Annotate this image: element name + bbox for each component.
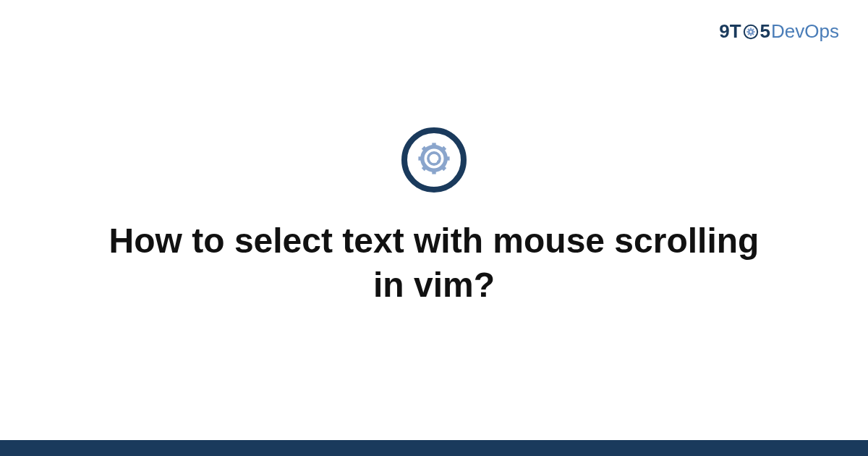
gear-icon bbox=[414, 139, 454, 181]
page-title: How to select text with mouse scrolling … bbox=[109, 219, 760, 308]
svg-point-5 bbox=[437, 160, 441, 164]
svg-point-3 bbox=[422, 146, 446, 169]
main-content: How to select text with mouse scrolling … bbox=[0, 0, 868, 456]
gear-badge bbox=[401, 127, 467, 193]
bottom-bar bbox=[0, 440, 868, 456]
